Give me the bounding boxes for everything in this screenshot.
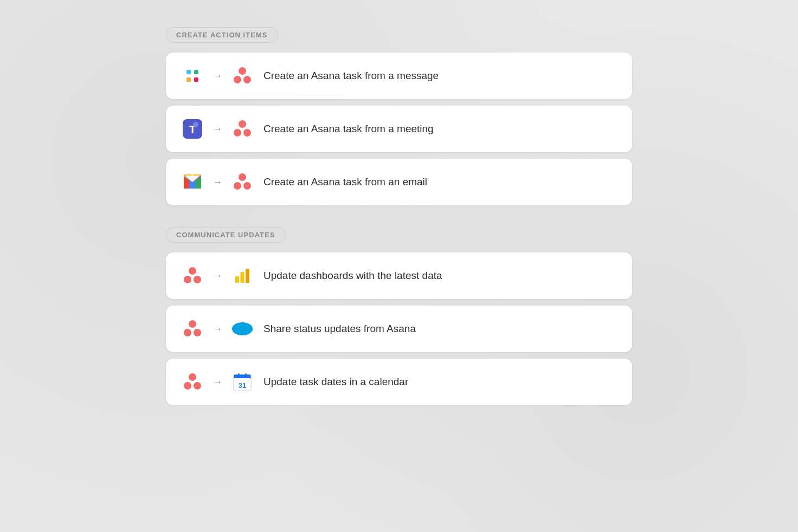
svg-point-27 [194, 329, 201, 336]
card-text: Update dashboards with the latest data [263, 270, 442, 282]
card-text: Create an Asana task from an email [263, 176, 427, 188]
svg-rect-23 [241, 272, 244, 283]
svg-point-10 [239, 120, 246, 128]
card-asana-powerbi-dashboards[interactable]: → Update dashboards with the latest data [166, 252, 632, 299]
svg-point-6 [243, 76, 251, 83]
svg-point-30 [189, 373, 196, 381]
card-text: Share status updates from Asana [263, 323, 416, 335]
arrow-icon: → [213, 70, 222, 82]
section-label-text: CREATE ACTION ITEMS [176, 31, 268, 39]
svg-rect-24 [246, 269, 249, 283]
svg-point-25 [189, 320, 196, 328]
card-gmail-asana-email[interactable]: → Create an Asana task from an email [166, 159, 632, 205]
gcal-icon: 31 [231, 371, 254, 393]
asana-icon [181, 264, 204, 287]
svg-point-9 [193, 122, 198, 127]
svg-point-18 [243, 182, 251, 190]
asana-icon [231, 171, 254, 193]
svg-rect-22 [235, 276, 239, 283]
section-label-create: CREATE ACTION ITEMS [166, 27, 278, 43]
svg-point-4 [239, 67, 246, 75]
svg-rect-0 [186, 70, 191, 74]
arrow-icon: → [213, 270, 222, 282]
salesforce-icon: cloud [231, 317, 254, 340]
section-communicate-updates: COMMUNICATE UPDATES → Update dash [166, 227, 632, 405]
arrow-icon: → [213, 177, 222, 188]
asana-icon [181, 371, 204, 393]
arrow-icon: → [213, 124, 222, 135]
card-text: Create an Asana task from a meeting [263, 123, 434, 135]
gmail-icon [181, 171, 204, 193]
card-asana-gcal-dates[interactable]: → 31 [166, 359, 632, 405]
asana-icon [231, 64, 254, 87]
section-label-text: COMMUNICATE UPDATES [176, 231, 275, 239]
svg-point-20 [184, 276, 191, 283]
card-slack-asana-message[interactable]: → Create an Asana task from a message [166, 53, 632, 99]
svg-rect-3 [194, 77, 198, 82]
asana-icon [181, 317, 204, 340]
svg-rect-43 [245, 373, 247, 377]
card-text: Create an Asana task from a message [263, 70, 439, 82]
main-container: CREATE ACTION ITEMS → [166, 27, 632, 427]
svg-point-19 [189, 267, 196, 275]
svg-rect-1 [194, 70, 198, 74]
svg-rect-2 [186, 77, 191, 82]
svg-point-26 [184, 329, 191, 336]
slack-icon [181, 64, 204, 87]
section-label-communicate: COMMUNICATE UPDATES [166, 227, 286, 243]
arrow-icon: → [213, 377, 222, 388]
svg-point-21 [194, 276, 201, 283]
svg-point-12 [243, 129, 251, 137]
svg-point-31 [184, 382, 191, 390]
card-text: Update task dates in a calendar [263, 376, 408, 388]
card-teams-asana-meeting[interactable]: T → Create an Asana task from a meeting [166, 106, 632, 152]
svg-point-5 [234, 76, 241, 83]
svg-point-16 [239, 173, 246, 181]
svg-rect-42 [238, 373, 240, 377]
svg-point-32 [194, 382, 201, 390]
svg-point-17 [234, 182, 241, 190]
svg-text:31: 31 [239, 381, 246, 390]
teams-icon: T [181, 118, 204, 140]
section-create-action-items: CREATE ACTION ITEMS → [166, 27, 632, 205]
powerbi-icon [231, 264, 254, 287]
asana-icon [231, 118, 254, 140]
svg-point-11 [234, 129, 241, 137]
arrow-icon: → [213, 323, 222, 335]
card-asana-salesforce-status[interactable]: → cloud Share status updates from Asana [166, 306, 632, 352]
